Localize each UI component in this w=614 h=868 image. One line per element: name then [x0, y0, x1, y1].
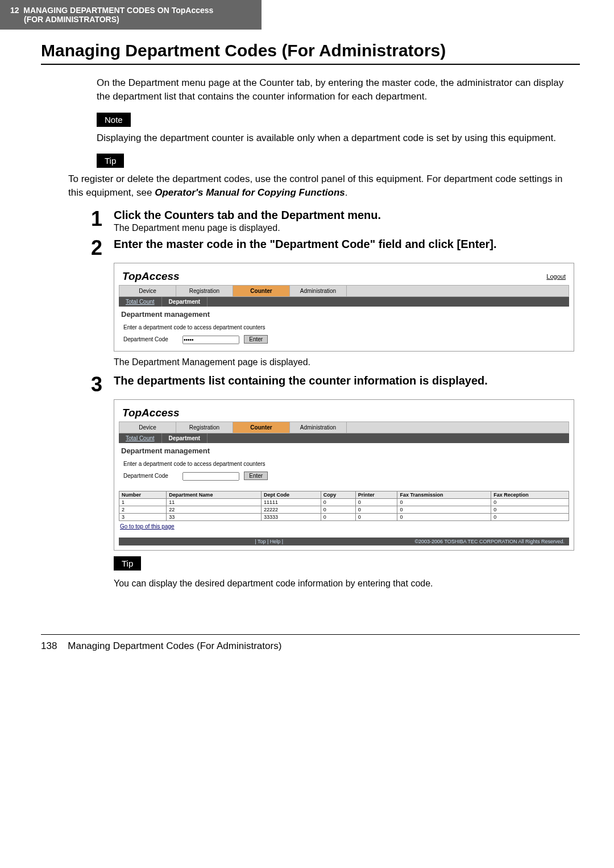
enter-button-2[interactable]: Enter — [244, 472, 268, 480]
note-badge: Note — [97, 113, 131, 127]
col-dept-name: Department Name — [167, 491, 262, 498]
section-underline — [41, 64, 580, 65]
department-table: Number Department Name Dept Code Copy Pr… — [119, 491, 569, 521]
step-2: 2 Enter the master code in the "Departme… — [91, 238, 574, 258]
col-copy: Copy — [321, 491, 355, 498]
step-1: 1 Click the Counters tab and the Departm… — [91, 209, 574, 233]
tip-body-part3: . — [345, 187, 348, 198]
enter-button[interactable]: Enter — [244, 335, 268, 344]
table-row[interactable]: 3 33 33333 0 0 0 0 — [119, 513, 569, 520]
cell: 0 — [355, 506, 397, 513]
cell: 33 — [167, 513, 262, 520]
dept-code-label: Department Code — [123, 336, 168, 342]
logout-link[interactable]: Logout — [546, 273, 566, 280]
dept-code-input-2[interactable] — [182, 472, 239, 481]
step-1-sub: The Department menu page is displayed. — [114, 223, 574, 233]
cell: 1 — [119, 498, 167, 506]
cell: 0 — [491, 498, 569, 506]
table-row[interactable]: 2 22 22222 0 0 0 0 — [119, 506, 569, 513]
step-2-after: The Department Management page is displa… — [114, 357, 574, 367]
screenshot-1: TopAccess Logout Device Registration Cou… — [114, 263, 574, 352]
col-dept-code: Dept Code — [262, 491, 321, 498]
step-2-number: 2 — [91, 238, 114, 258]
brand-text: TopAccess — [122, 270, 180, 283]
screenshot-footer: | Top | Help | ©2003-2006 TOSHIBA TEC CO… — [119, 538, 569, 545]
cell: 0 — [321, 506, 355, 513]
cell: 0 — [355, 498, 397, 506]
subtab-department[interactable]: Department — [162, 297, 208, 307]
dept-code-row-2: Department Code Enter — [119, 469, 569, 483]
col-fax-rx: Fax Reception — [491, 491, 569, 498]
topaccess-brand: TopAccess Logout — [119, 268, 569, 285]
cell: 0 — [355, 513, 397, 520]
note-body: Displaying the department counter is ava… — [97, 131, 574, 145]
col-number: Number — [119, 491, 167, 498]
goto-top-link[interactable]: Go to top of this page — [119, 521, 176, 532]
subtab-total-count-2[interactable]: Total Count — [119, 433, 162, 443]
step-2-heading: Enter the master code in the "Department… — [114, 238, 574, 251]
tab-administration-2[interactable]: Administration — [290, 422, 347, 433]
chapter-number: 12 — [10, 6, 19, 15]
tab-registration[interactable]: Registration — [176, 286, 233, 296]
page-number: 138 — [41, 640, 57, 651]
cell: 3 — [119, 513, 167, 520]
tip-body-manual-ref: Operator's Manual for Copying Functions — [155, 187, 345, 198]
cell: 2 — [119, 506, 167, 513]
subtab-department-2[interactable]: Department — [162, 433, 208, 443]
tab-registration-2[interactable]: Registration — [176, 422, 233, 433]
page-footer: 138 Managing Department Codes (For Admin… — [41, 634, 580, 652]
tab-administration[interactable]: Administration — [290, 286, 347, 296]
cell: 0 — [491, 513, 569, 520]
page-footer-title: Managing Department Codes (For Administr… — [68, 640, 281, 651]
dept-code-row: Department Code Enter — [119, 333, 569, 346]
sub-tabs: Total Count Department — [119, 297, 569, 307]
step-1-number: 1 — [91, 209, 114, 233]
cell: 33333 — [262, 513, 321, 520]
chapter-title-line2: (FOR ADMINISTRATORS) — [10, 15, 251, 24]
col-fax-tx: Fax Transmission — [397, 491, 491, 498]
step-3-heading: The departments list containing the coun… — [114, 374, 574, 387]
section-title: Managing Department Codes (For Administr… — [41, 41, 614, 60]
topaccess-brand-2: TopAccess — [119, 404, 569, 421]
cell: 0 — [321, 498, 355, 506]
sub-tabs-2: Total Count Department — [119, 433, 569, 443]
subtab-total-count[interactable]: Total Count — [119, 297, 162, 307]
main-tabs: Device Registration Counter Administrati… — [119, 285, 569, 297]
brand-text-2: TopAccess — [122, 407, 180, 419]
tab-counter[interactable]: Counter — [233, 286, 290, 296]
col-printer: Printer — [355, 491, 397, 498]
tip-badge-2: Tip — [114, 556, 141, 571]
main-tabs-2: Device Registration Counter Administrati… — [119, 421, 569, 433]
table-header-row: Number Department Name Dept Code Copy Pr… — [119, 491, 569, 498]
step-1-heading: Click the Counters tab and the Departmen… — [114, 209, 574, 222]
panel-title: Department management — [119, 307, 569, 322]
tab-device[interactable]: Device — [119, 286, 176, 296]
step-3-number: 3 — [91, 374, 114, 395]
tip-badge: Tip — [97, 154, 124, 168]
instruction-text: Enter a department code to access depart… — [119, 322, 569, 333]
cell: 0 — [397, 506, 491, 513]
panel-title-2: Department management — [119, 443, 569, 458]
tab-counter-2[interactable]: Counter — [233, 422, 290, 433]
footer-copyright: ©2003-2006 TOSHIBA TEC CORPORATION All R… — [414, 539, 565, 544]
cell: 22 — [167, 506, 262, 513]
dept-code-label-2: Department Code — [123, 473, 168, 479]
dept-code-input[interactable] — [182, 336, 239, 344]
step-3: 3 The departments list containing the co… — [91, 374, 574, 395]
cell: 11111 — [262, 498, 321, 506]
cell: 0 — [397, 498, 491, 506]
tab-device-2[interactable]: Device — [119, 422, 176, 433]
table-row[interactable]: 1 11 11111 0 0 0 0 — [119, 498, 569, 506]
cell: 11 — [167, 498, 262, 506]
instruction-text-2: Enter a department code to access depart… — [119, 458, 569, 469]
footer-center-links[interactable]: | Top | Help | — [123, 539, 414, 544]
screenshot-2: TopAccess Device Registration Counter Ad… — [114, 399, 574, 551]
intro-paragraph: On the Department menu page at the Count… — [97, 76, 574, 104]
cell: 0 — [491, 506, 569, 513]
tip-2-body: You can display the desired department c… — [114, 578, 574, 589]
cell: 22222 — [262, 506, 321, 513]
cell: 0 — [321, 513, 355, 520]
chapter-title-line1: MANAGING DEPARTMENT CODES ON TopAccess — [23, 6, 213, 15]
chapter-header: 12 MANAGING DEPARTMENT CODES ON TopAcces… — [0, 0, 262, 30]
cell: 0 — [397, 513, 491, 520]
